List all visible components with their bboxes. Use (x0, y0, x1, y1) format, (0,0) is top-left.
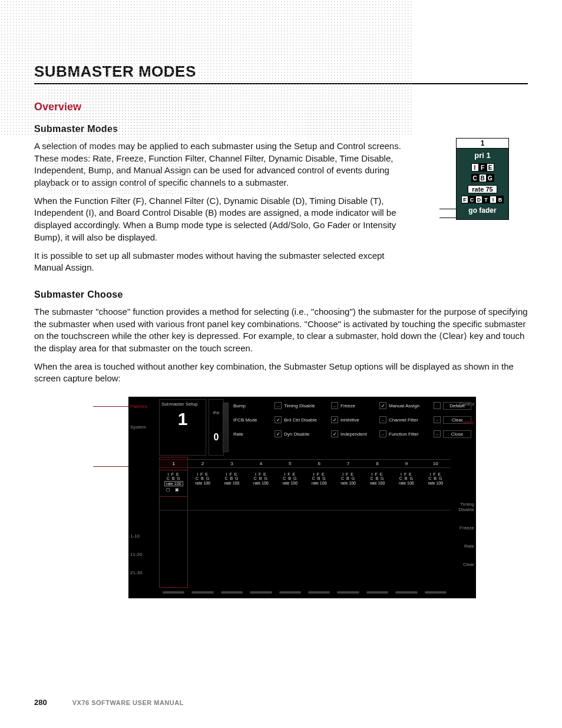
fader-5[interactable] (279, 591, 301, 594)
opt-dyn-disable-toggle[interactable] (331, 430, 338, 437)
page-title: SUBMASTER MODES (34, 62, 528, 84)
col-9[interactable]: 9 (392, 459, 421, 468)
range-nav: 1-10 11-20 21-30 (130, 533, 142, 575)
fader-7[interactable] (337, 591, 359, 594)
opt-inhibitive[interactable]: Inhibitive (340, 417, 377, 423)
opt-brd-ctrl-toggle[interactable] (331, 416, 338, 423)
opt-manual-assign[interactable]: Manual Assign (389, 403, 431, 409)
priority-box[interactable]: Pri 0 (209, 399, 224, 456)
col-4[interactable]: 4 (246, 459, 275, 468)
col-5[interactable]: 5 (276, 459, 305, 468)
col-2[interactable]: 2 (188, 459, 217, 468)
fader-10[interactable] (425, 591, 447, 594)
btn-clear[interactable]: Clear (443, 416, 471, 424)
submaster-cell-5[interactable]: I F EC B Grate 100 (276, 470, 305, 497)
col-7[interactable]: 7 (333, 459, 362, 468)
range-21-30[interactable]: 21-30 (130, 570, 142, 575)
range-1-10[interactable]: 1-10 (130, 533, 142, 539)
col-3[interactable]: 3 (217, 459, 246, 468)
mode-diagram-go-fader: go fader (457, 204, 508, 219)
col-8[interactable]: 8 (363, 459, 392, 468)
opt-channel-filter[interactable]: Channel Filter (389, 417, 431, 423)
opt-channel-filter-toggle[interactable] (434, 416, 441, 423)
manual-title: VX76 SOFTWARE USER MANUAL (72, 699, 184, 706)
submaster-number: 1 (161, 409, 204, 429)
fader-9[interactable] (395, 591, 417, 594)
left-nav: Palettes System (130, 404, 156, 430)
fader-8[interactable] (366, 591, 388, 594)
col-6[interactable]: 6 (305, 459, 333, 468)
submaster-cell-7[interactable]: I F EC B Grate 100 (333, 470, 362, 497)
opt-manual-assign-toggle[interactable] (434, 402, 441, 409)
opt-ifcb-toggle[interactable] (275, 416, 282, 423)
para-manual-assign-note: It is possible to set up all submaster m… (34, 250, 411, 274)
nav-clear[interactable]: Clear (463, 562, 474, 567)
opt-dyn-disable[interactable]: Dyn Disable (284, 431, 329, 437)
fader-indicators (159, 591, 450, 594)
submaster-cell-6[interactable]: I F EC B Grate 100 (305, 470, 333, 497)
nav-palettes[interactable]: Palettes (130, 404, 156, 409)
range-11-20[interactable]: 11-20 (130, 552, 142, 557)
fader-4[interactable] (250, 591, 272, 594)
opt-function-filter-toggle[interactable] (434, 430, 441, 437)
opt-timing-disable-toggle[interactable] (331, 402, 338, 409)
opt-inhibitive-toggle[interactable] (379, 416, 386, 423)
opt-rate[interactable]: Rate (233, 431, 272, 437)
para-choose-2: When the area is touched without another… (34, 361, 528, 385)
opt-function-filter[interactable]: Function Filter (389, 431, 431, 437)
mode-diagram-row1: I F E (457, 162, 508, 173)
mode-diagram-number: 1 (457, 139, 508, 149)
opt-independent-toggle[interactable] (379, 430, 386, 437)
col-10[interactable]: 10 (421, 459, 450, 468)
submaster-cells: I F E C B G rate 100 ▢ ▣ I F EC B Grate … (159, 470, 450, 497)
submaster-cell-9[interactable]: I F EC B Grate 100 (392, 470, 421, 497)
submaster-cell-4[interactable]: I F EC B Grate 100 (246, 470, 275, 497)
cell-extra-icons: ▢ ▣ (159, 487, 188, 492)
page-number: 280 (34, 698, 47, 707)
opt-bump-toggle[interactable] (275, 402, 282, 409)
nav-system[interactable]: System (130, 424, 156, 430)
priority-slider[interactable] (223, 403, 229, 452)
opt-bump[interactable]: Bump (233, 403, 272, 409)
btn-close[interactable]: Close (443, 430, 471, 438)
submaster-cell-8[interactable]: I F EC B Grate 100 (363, 470, 392, 497)
submaster-cell-3[interactable]: I F EC B Grate 100 (217, 470, 246, 497)
subhead-submaster-modes: Submaster Modes (34, 124, 528, 134)
opt-rate-toggle[interactable] (275, 430, 282, 437)
section-overview: Overview (34, 101, 528, 113)
opt-freeze[interactable]: Freeze (340, 403, 377, 409)
submaster-cell-1[interactable]: I F E C B G rate 100 ▢ ▣ (159, 470, 188, 497)
submaster-setup-box[interactable]: Submaster Setup 1 (159, 399, 206, 456)
fader-2[interactable] (191, 591, 213, 594)
nav-freeze[interactable]: Freeze (459, 525, 474, 531)
subhead-submaster-choose: Submaster Choose (34, 289, 528, 300)
col-1[interactable]: 1 (159, 459, 188, 468)
submaster-cell-2[interactable]: I F EC B Grate 100 (188, 470, 217, 497)
options-grid: Bump Timing Disable Freeze Manual Assign… (233, 400, 447, 439)
page-footer: 280 VX76 SOFTWARE USER MANUAL (34, 698, 184, 707)
fader-1[interactable] (163, 591, 184, 594)
para-modes-intro: A selection of modes may be applied to e… (34, 140, 411, 189)
opt-independent[interactable]: Independent (340, 431, 377, 437)
mode-diagram-pri: pri 1 (457, 149, 508, 162)
fader-6[interactable] (308, 591, 330, 594)
fader-3[interactable] (221, 591, 243, 594)
submaster-setup-screenshot: Palettes System 1-10 11-20 21-30 Control… (128, 397, 476, 598)
mode-diagram-row2: C B G (457, 173, 508, 183)
opt-freeze-toggle[interactable] (379, 402, 386, 409)
para-choose-1: The submaster "choose" function provides… (34, 306, 528, 355)
para-mode-indicator: When the Function Filter (F), Channel Fi… (34, 195, 411, 244)
mode-diagram-rate: rate 75 (457, 183, 508, 195)
nav-rate[interactable]: Rate (464, 543, 474, 549)
btn-default[interactable]: Default (443, 402, 471, 410)
opt-brd-ctrl-disable[interactable]: Brd Ctrl Disable (284, 417, 329, 423)
right-nav: Control Setup Timing Disable Freeze Rate… (452, 401, 474, 567)
nav-timing-disable[interactable]: Timing Disable (458, 502, 474, 512)
mode-diagram-fullrow: F C D T I B (457, 195, 508, 204)
mode-indicator-diagram: 1 pri 1 I F E C B G rate 75 F C D (456, 138, 509, 220)
opt-timing-disable[interactable]: Timing Disable (284, 403, 329, 409)
column-headers: 1 2 3 4 5 6 7 8 9 10 (159, 459, 450, 468)
opt-ifcb-mode[interactable]: IFCB Mode (233, 417, 272, 423)
submaster-cell-10[interactable]: I F EC B Grate 100 (421, 470, 450, 497)
